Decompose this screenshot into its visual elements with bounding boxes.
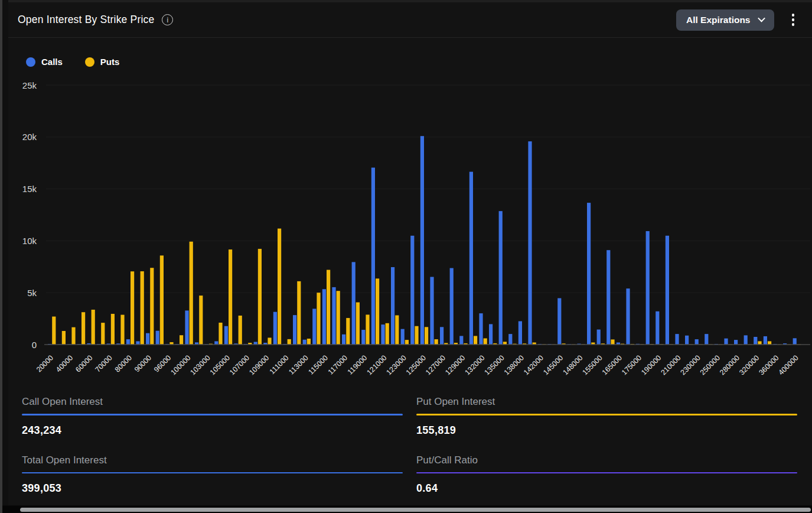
bar-call-210000[interactable] bbox=[675, 334, 679, 345]
bar-put-100000[interactable] bbox=[190, 242, 193, 345]
bar-call-90000[interactable] bbox=[146, 333, 149, 345]
bar-call-100000[interactable] bbox=[185, 310, 188, 345]
bar-call-slot69[interactable] bbox=[724, 339, 728, 345]
bar-call-slot31[interactable] bbox=[352, 262, 356, 345]
bar-call-slot23[interactable] bbox=[273, 312, 277, 345]
bar-put-117000[interactable] bbox=[346, 318, 350, 345]
bar-put-slot5[interactable] bbox=[101, 323, 105, 345]
bar-call-slot73[interactable] bbox=[764, 336, 767, 345]
bar-put-70000[interactable] bbox=[111, 314, 115, 345]
bar-put-slot23[interactable] bbox=[278, 229, 281, 345]
bar-call-135000[interactable] bbox=[499, 211, 503, 345]
bar-put-slot17[interactable] bbox=[219, 323, 222, 345]
bar-call-slot29[interactable] bbox=[332, 287, 335, 345]
bar-put-slot1[interactable] bbox=[62, 331, 66, 345]
bar-put-slot9[interactable] bbox=[141, 271, 144, 345]
legend-item-calls[interactable]: Calls bbox=[26, 57, 63, 67]
info-icon[interactable]: i bbox=[162, 14, 173, 25]
bar-put-132000[interactable] bbox=[484, 338, 487, 345]
bar-put-slot43[interactable] bbox=[474, 336, 477, 345]
bar-put-90000[interactable] bbox=[150, 268, 154, 345]
bar-put-80000[interactable] bbox=[131, 271, 134, 345]
bar-call-slot47[interactable] bbox=[508, 334, 512, 345]
bar-call-slot71[interactable] bbox=[744, 335, 748, 345]
bar-call-slot35[interactable] bbox=[391, 267, 394, 345]
bar-put-111000[interactable] bbox=[288, 339, 291, 345]
bar-call-123000[interactable] bbox=[401, 329, 405, 345]
bar-put-slot21[interactable] bbox=[258, 249, 262, 345]
bar-put-113000[interactable] bbox=[307, 339, 311, 345]
bar-call-125000[interactable] bbox=[420, 136, 424, 345]
bar-put-125000[interactable] bbox=[425, 327, 428, 345]
bar-call-155000[interactable] bbox=[597, 330, 601, 345]
bar-call-145000[interactable] bbox=[557, 298, 561, 345]
bar-call-slot25[interactable] bbox=[293, 315, 296, 345]
bar-call-slot11[interactable] bbox=[156, 331, 159, 345]
bar-put-slot29[interactable] bbox=[337, 291, 340, 345]
bar-call-117000[interactable] bbox=[342, 335, 345, 345]
bar-put-40000[interactable] bbox=[71, 327, 75, 345]
bar-put-slot25[interactable] bbox=[297, 281, 301, 345]
bar-call-slot65[interactable] bbox=[685, 336, 689, 345]
bar-call-400000[interactable] bbox=[793, 338, 797, 345]
bar-call-105000[interactable] bbox=[224, 326, 228, 345]
bar-call-slot17[interactable] bbox=[214, 341, 218, 345]
bar-put-slot57[interactable] bbox=[611, 339, 614, 345]
bar-put-135000[interactable] bbox=[503, 342, 507, 345]
bar-put-105000[interactable] bbox=[229, 249, 232, 345]
bar-put-119000[interactable] bbox=[366, 314, 369, 345]
bar-put-slot15[interactable] bbox=[199, 296, 203, 345]
bar-call-slot9[interactable] bbox=[136, 341, 139, 345]
bar-call-121000[interactable] bbox=[381, 324, 384, 345]
bar-call-132000[interactable] bbox=[479, 313, 482, 345]
bar-call-127000[interactable] bbox=[440, 327, 443, 345]
bar-call-115000[interactable] bbox=[322, 289, 326, 345]
bar-call-190000[interactable] bbox=[656, 311, 659, 345]
bar-call-slot27[interactable] bbox=[312, 309, 316, 345]
bar-call-slot57[interactable] bbox=[606, 250, 610, 345]
bar-call-280000[interactable] bbox=[734, 340, 738, 345]
bar-put-slot3[interactable] bbox=[81, 312, 85, 345]
bar-put-slot35[interactable] bbox=[395, 315, 399, 345]
bar-call-slot43[interactable] bbox=[469, 172, 473, 345]
bar-call-80000[interactable] bbox=[126, 339, 130, 345]
bar-call-119000[interactable] bbox=[361, 330, 365, 345]
bar-call-slot37[interactable] bbox=[410, 236, 414, 345]
bar-call-slot39[interactable] bbox=[430, 277, 433, 345]
bar-call-slot59[interactable] bbox=[626, 288, 630, 345]
bar-put-109000[interactable] bbox=[268, 337, 271, 345]
bar-put-slot31[interactable] bbox=[356, 303, 360, 345]
bar-call-slot45[interactable] bbox=[489, 324, 493, 345]
bar-call-slot55[interactable] bbox=[587, 203, 591, 345]
bar-put-123000[interactable] bbox=[405, 340, 409, 345]
bar-put-115000[interactable] bbox=[327, 270, 330, 345]
bar-call-slot63[interactable] bbox=[666, 236, 669, 345]
bar-put-20000[interactable] bbox=[52, 317, 56, 345]
bar-put-slot13[interactable] bbox=[180, 335, 183, 345]
bar-put-slot39[interactable] bbox=[435, 339, 438, 345]
bar-put-slot27[interactable] bbox=[317, 293, 320, 345]
bar-call-113000[interactable] bbox=[303, 340, 306, 345]
horizontal-scrollbar-thumb[interactable] bbox=[20, 508, 811, 512]
bar-call-320000[interactable] bbox=[754, 337, 757, 345]
bar-call-slot67[interactable] bbox=[705, 334, 708, 345]
expirations-dropdown[interactable]: All Expirations bbox=[676, 9, 774, 31]
bar-put-320000[interactable] bbox=[758, 341, 761, 345]
bar-call-230000[interactable] bbox=[695, 339, 699, 345]
legend-item-puts[interactable]: Puts bbox=[85, 57, 120, 67]
bar-put-60000[interactable] bbox=[92, 310, 95, 345]
bar-call-slot61[interactable] bbox=[646, 231, 650, 345]
bar-put-slot73[interactable] bbox=[768, 341, 771, 345]
bar-put-slot7[interactable] bbox=[120, 315, 124, 345]
bar-call-129000[interactable] bbox=[459, 336, 463, 345]
bar-put-slot33[interactable] bbox=[376, 278, 379, 345]
bar-call-slot33[interactable] bbox=[371, 168, 375, 345]
bar-call-slot49[interactable] bbox=[528, 141, 531, 345]
bar-put-slot37[interactable] bbox=[415, 326, 418, 345]
bar-put-slot19[interactable] bbox=[239, 316, 242, 345]
kebab-menu-icon[interactable] bbox=[790, 11, 797, 28]
bar-call-138000[interactable] bbox=[518, 321, 522, 345]
bar-put-slot11[interactable] bbox=[160, 255, 164, 345]
horizontal-scrollbar-track[interactable] bbox=[0, 506, 812, 513]
bar-call-slot41[interactable] bbox=[450, 268, 454, 345]
